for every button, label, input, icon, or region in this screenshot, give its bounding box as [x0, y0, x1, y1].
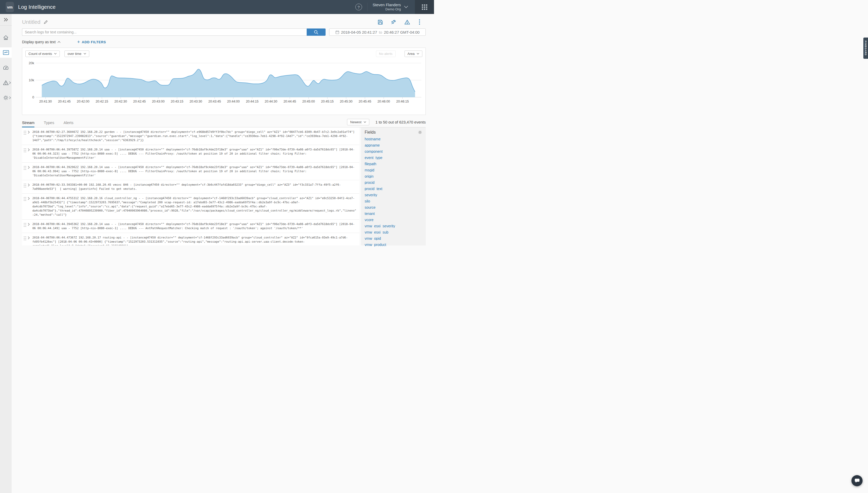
user-menu[interactable]: Steven Flanders Demo Org — [373, 3, 401, 12]
edit-title-icon[interactable] — [43, 20, 48, 24]
y-axis-label: 10k — [29, 78, 34, 82]
y-axis-label: 0 — [32, 95, 34, 99]
drag-handle-icon[interactable] — [22, 148, 28, 160]
events-area-chart[interactable]: 010k20k 20:41:3020:41:4520:42:0020:42:15… — [25, 57, 422, 112]
plus-icon: + — [77, 39, 80, 45]
field-link[interactable]: vmw_esxi_sub — [365, 231, 422, 234]
x-axis-label: 20:41:30 — [39, 100, 52, 103]
date-range-end: 20:46:27 GMT-04:00 — [384, 30, 420, 35]
metric-dropdown[interactable]: Count of events — [25, 50, 60, 57]
drag-handle-icon[interactable] — [22, 165, 28, 178]
log-text: 2018-04-06T00:06:44.47367Z 192.168.20.17… — [32, 236, 359, 245]
expand-row-icon[interactable] — [28, 196, 32, 217]
log-row: 2018-04-06T00:06:44.394536Z 192.168.20.1… — [22, 219, 359, 233]
field-link[interactable]: component — [365, 150, 422, 153]
x-axis-label: 20:45:15 — [321, 100, 334, 103]
x-axis-label: 20:42:00 — [77, 100, 90, 103]
more-options-button[interactable] — [418, 19, 421, 25]
x-axis-label: 20:45:45 — [359, 100, 371, 103]
sidebar-item-explore-logs[interactable] — [0, 47, 12, 58]
expand-row-icon[interactable] — [28, 148, 32, 160]
date-range-picker[interactable]: 2018-04-05 20:41:27 to 20:46:27 GMT-04:0… — [329, 28, 426, 36]
field-link[interactable]: severity — [365, 193, 422, 197]
sidebar-item-home[interactable] — [0, 33, 12, 43]
tab-types[interactable]: Types — [44, 119, 54, 127]
field-link[interactable]: origin — [365, 174, 422, 178]
fields-panel: Fields hostname appname component event_… — [361, 127, 426, 245]
field-link[interactable]: filepath — [365, 162, 422, 166]
x-axis-label: 20:42:15 — [95, 100, 108, 103]
field-link[interactable]: source — [365, 206, 422, 209]
field-link[interactable]: tenant — [365, 212, 422, 215]
drag-handle-icon[interactable] — [22, 130, 28, 143]
drag-handle-icon[interactable] — [22, 222, 28, 231]
log-text: 2018-04-06T00:06:44.392962Z 192.168.20.1… — [32, 165, 359, 178]
alert-button[interactable] — [404, 19, 410, 25]
field-link[interactable]: hostname — [365, 137, 422, 141]
expand-row-icon[interactable] — [28, 130, 32, 143]
sidebar-item-dashboards[interactable] — [0, 62, 12, 73]
search-input[interactable] — [22, 28, 307, 36]
sidebar-expand-button[interactable] — [0, 14, 12, 26]
x-axis-label: 20:44:45 — [283, 100, 296, 103]
drag-handle-icon[interactable] — [22, 236, 28, 245]
gear-icon — [3, 95, 9, 101]
user-name: Steven Flanders — [373, 3, 401, 7]
main-content: Untitled 2018-04-05 20:41:27 to 20:46: — [12, 14, 434, 246]
tab-stream[interactable]: Stream — [22, 119, 35, 127]
add-filters-button[interactable]: + ADD FILTERS — [77, 39, 106, 45]
fields-settings-icon[interactable] — [418, 130, 422, 134]
expand-row-icon[interactable] — [28, 236, 32, 245]
expand-row-icon[interactable] — [28, 165, 32, 178]
chevron-down-icon — [54, 53, 57, 55]
chevron-up-icon — [58, 41, 61, 43]
nav-divider — [367, 3, 368, 12]
field-link[interactable]: msgid — [365, 168, 422, 172]
field-link[interactable]: event_type — [365, 156, 422, 159]
log-stream-list: 2018-04-06T00:02:27.360467Z 192.168.20.2… — [22, 127, 359, 245]
dimension-dropdown[interactable]: over time — [64, 50, 89, 57]
events-chart-card: Count of events over time No alerts Area… — [22, 48, 426, 115]
chart-type-dropdown[interactable]: Area — [404, 50, 422, 57]
x-axis-label: 20:44:00 — [227, 100, 240, 103]
log-text: 2018-04-06T00:06:44.475531Z 192.168.20.1… — [32, 196, 359, 217]
double-chevron-right-icon — [4, 18, 8, 21]
display-query-toggle[interactable]: Display query as text — [22, 40, 61, 44]
events-count: 1 to 50 out of 623,470 events — [376, 120, 426, 124]
x-axis-label: 20:46:00 — [377, 100, 390, 103]
field-link[interactable]: appname — [365, 144, 422, 147]
home-icon — [3, 35, 9, 40]
tab-alerts[interactable]: Alerts — [63, 119, 73, 127]
search-button[interactable] — [307, 28, 326, 36]
x-axis-label: 20:44:15 — [246, 100, 259, 103]
app-launcher-button[interactable] — [415, 0, 434, 14]
x-axis-label: 20:45:00 — [302, 100, 315, 103]
log-row: 2018-04-06T00:06:44.475531Z 192.168.20.1… — [22, 194, 359, 219]
sort-dropdown[interactable]: Newest — [347, 119, 369, 125]
x-axis-label: 20:45:30 — [340, 100, 353, 103]
expand-row-icon[interactable] — [28, 222, 32, 231]
field-link[interactable]: procid — [365, 181, 422, 184]
drag-handle-icon[interactable] — [22, 196, 28, 217]
x-axis-label: 20:42:45 — [133, 100, 146, 103]
results-tabs: Stream Types Alerts Newest 1 to 50 out o… — [22, 119, 426, 127]
pin-button[interactable] — [391, 19, 397, 25]
field-link[interactable]: silo — [365, 199, 422, 203]
sidebar-item-alerts[interactable] — [0, 78, 12, 88]
chevron-down-icon[interactable] — [404, 6, 408, 8]
field-link[interactable]: vmw_opid — [365, 237, 422, 240]
field-link[interactable]: vmw_product — [365, 243, 422, 246]
log-row: 2018-04-06T00:06:44.392962Z 192.168.20.1… — [22, 163, 359, 180]
field-link[interactable]: vcore — [365, 218, 422, 222]
field-link[interactable]: procid_text — [365, 187, 422, 191]
app-title: Log Intelligence — [18, 4, 55, 10]
log-text: 2018-04-06T00:02:27.360467Z 192.168.20.2… — [32, 130, 359, 143]
chevron-down-icon — [363, 121, 366, 123]
sidebar-item-settings[interactable] — [0, 92, 12, 103]
field-link[interactable]: vmw_esxi_severity — [365, 224, 422, 228]
expand-row-icon[interactable] — [28, 183, 32, 191]
date-range-start: 2018-04-05 20:41:27 — [341, 30, 377, 35]
help-icon[interactable]: ? — [355, 4, 362, 10]
save-button[interactable] — [378, 19, 383, 25]
drag-handle-icon[interactable] — [22, 183, 28, 191]
